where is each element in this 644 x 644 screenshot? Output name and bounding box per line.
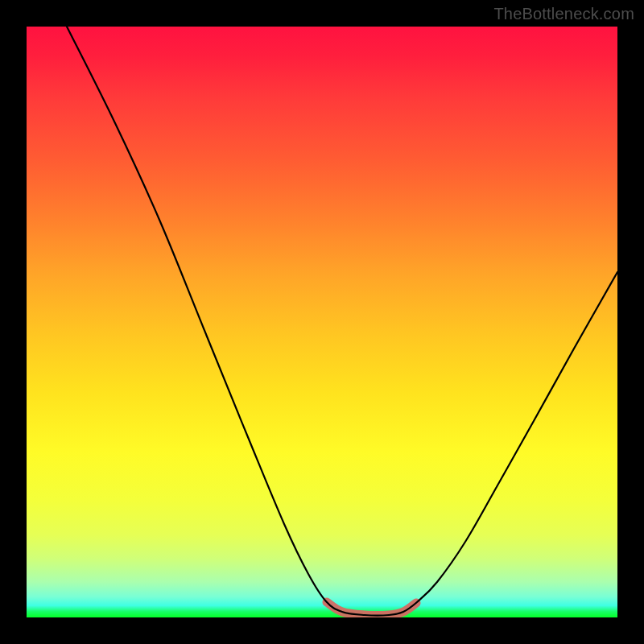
plot-area [27,27,617,617]
chart-frame: TheBottleneck.com [0,0,644,644]
bottleneck-curve [67,27,617,616]
curve-layer [27,27,617,617]
optimal-range-highlight [327,602,416,616]
watermark-text: TheBottleneck.com [493,5,634,23]
